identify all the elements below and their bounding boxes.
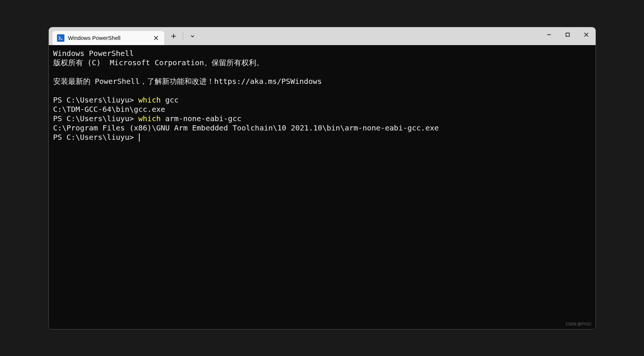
minimize-button[interactable]	[540, 27, 558, 42]
new-tab-button[interactable]	[167, 30, 180, 42]
prompt: PS C:\Users\liuyu>	[53, 95, 139, 104]
terminal-window: Windows PowerShell	[48, 27, 596, 330]
prompt: PS C:\Users\liuyu>	[53, 114, 139, 123]
tab-title: Windows PowerShell	[68, 35, 149, 41]
command-args: gcc	[161, 95, 179, 104]
titlebar: Windows PowerShell	[49, 27, 596, 45]
prompt-line: PS C:\Users\liuyu>	[53, 133, 591, 142]
watermark: CSDN @PYGC	[566, 322, 592, 327]
command-keyword: which	[138, 114, 161, 123]
tab-powershell[interactable]: Windows PowerShell	[53, 31, 164, 45]
blank-line	[53, 86, 591, 95]
terminal-output[interactable]: Windows PowerShell 版权所有 (C) Microsoft Co…	[49, 45, 596, 329]
close-window-button[interactable]	[577, 27, 596, 42]
header-line: Windows PowerShell	[53, 49, 591, 58]
window-controls	[540, 27, 596, 42]
copyright-line: 版权所有 (C) Microsoft Corporation。保留所有权利。	[53, 58, 591, 67]
command-line: PS C:\Users\liuyu> which gcc	[53, 95, 591, 105]
prompt: PS C:\Users\liuyu>	[53, 133, 139, 142]
output-line: C:\TDM-GCC-64\bin\gcc.exe	[53, 105, 591, 114]
titlebar-actions	[164, 27, 199, 45]
command-args: arm-none-eabi-gcc	[161, 114, 242, 123]
blank-line	[53, 67, 591, 77]
tab-dropdown-button[interactable]	[186, 30, 199, 42]
divider	[183, 32, 183, 40]
maximize-button[interactable]	[558, 27, 577, 42]
output-line: C:\Program Files (x86)\GNU Arm Embedded …	[53, 123, 591, 133]
tab-close-button[interactable]	[152, 34, 160, 42]
cursor	[139, 133, 140, 142]
command-keyword: which	[138, 95, 161, 104]
install-line: 安装最新的 PowerShell，了解新功能和改进！https://aka.ms…	[53, 77, 591, 86]
svg-rect-0	[566, 33, 569, 36]
command-line: PS C:\Users\liuyu> which arm-none-eabi-g…	[53, 114, 591, 123]
powershell-icon	[57, 34, 64, 42]
